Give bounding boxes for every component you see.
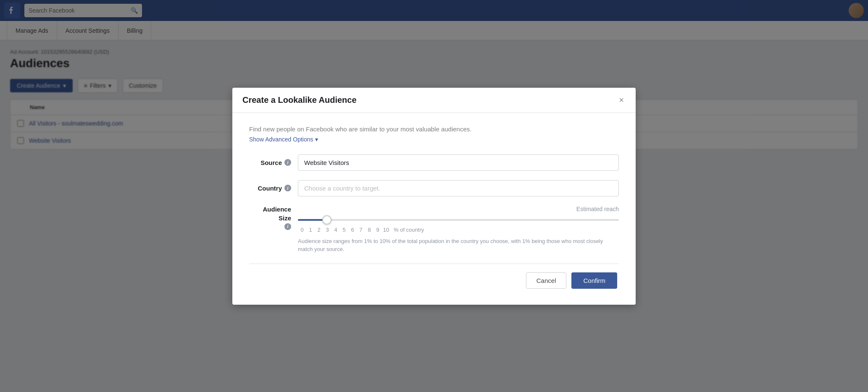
modal-overlay: Create a Lookalike Audience × Find new p…	[0, 0, 868, 158]
modal-body: Find new people on Facebook who are simi…	[232, 113, 636, 158]
source-input[interactable]	[298, 154, 619, 158]
modal-header: Create a Lookalike Audience ×	[232, 88, 636, 113]
show-advanced-options-button[interactable]: Show Advanced Options ▾	[249, 136, 619, 143]
lookalike-audience-modal: Create a Lookalike Audience × Find new p…	[232, 88, 636, 158]
chevron-down-icon: ▾	[315, 136, 318, 143]
show-advanced-label: Show Advanced Options	[249, 136, 313, 143]
source-field-row: Source i	[249, 154, 619, 158]
modal-title: Create a Lookalike Audience	[242, 95, 357, 105]
close-button[interactable]: ×	[617, 95, 626, 105]
modal-description: Find new people on Facebook who are simi…	[249, 125, 619, 133]
